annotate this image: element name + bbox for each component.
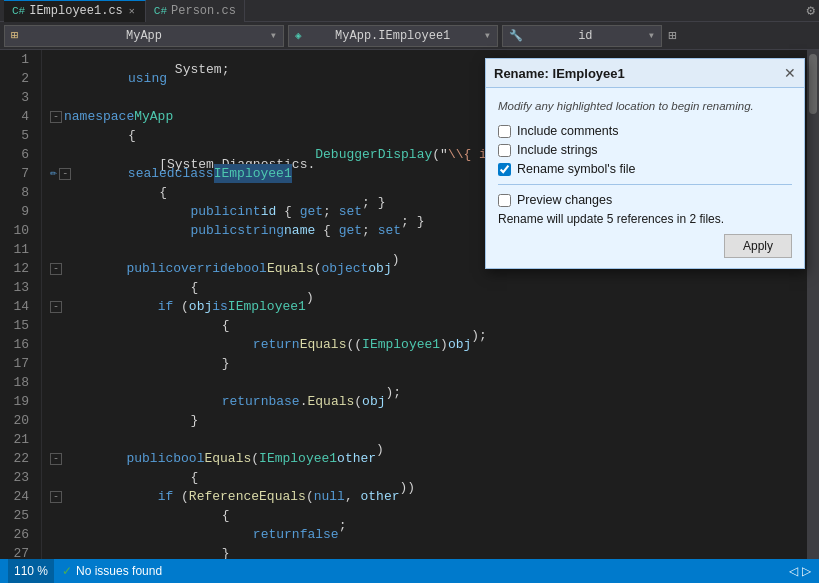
zoom-level[interactable]: 110 % <box>8 559 54 583</box>
rename-dialog-title-bar: Rename: IEmployee1 ✕ <box>486 59 804 88</box>
checkbox-rename-file-label: Rename symbol's file <box>517 162 635 176</box>
code-line-20: } <box>50 411 807 430</box>
checkbox-include-comments-input[interactable] <box>498 125 511 138</box>
nav-right-icon[interactable]: ▷ <box>802 564 811 578</box>
chevron-down-icon3: ▾ <box>648 28 655 43</box>
checkbox-include-comments: Include comments <box>498 124 792 138</box>
navigation-arrows: ◁ ▷ <box>789 564 811 578</box>
checkbox-preview-changes-label: Preview changes <box>517 193 612 207</box>
rename-subtitle: Modify any highlighted location to begin… <box>498 98 792 114</box>
pin-icon[interactable]: ⊞ <box>668 27 676 44</box>
rename-dialog-close-button[interactable]: ✕ <box>784 65 796 81</box>
check-icon: ✓ <box>62 564 72 578</box>
checkbox-rename-file-input[interactable] <box>498 163 511 176</box>
wrench-icon: 🔧 <box>509 29 523 42</box>
tab-iemployee1-close[interactable]: ✕ <box>127 5 137 17</box>
code-line-13: { <box>50 278 807 297</box>
status-bar: 110 % ✓ No issues found ◁ ▷ <box>0 559 819 583</box>
title-bar: C# IEmployee1.cs ✕ C# Person.cs ⚙ <box>0 0 819 22</box>
tab-list: C# IEmployee1.cs ✕ C# Person.cs <box>4 0 245 22</box>
rename-dialog: Rename: IEmployee1 ✕ Modify any highligh… <box>485 58 805 269</box>
navigation-bar: ⊞ MyApp ▾ ◈ MyApp.IEmployee1 ▾ 🔧 id ▾ ⊞ <box>0 22 819 50</box>
rename-divider <box>498 184 792 185</box>
apply-button[interactable]: Apply <box>724 234 792 258</box>
editor-area: 1 2 3 4 5 6 7 8 9 10 11 12 13 14 15 16 1… <box>0 50 819 559</box>
project-label: MyApp <box>126 29 162 43</box>
project-dropdown[interactable]: ⊞ MyApp ▾ <box>4 25 284 47</box>
rename-dialog-body: Modify any highlighted location to begin… <box>486 88 804 268</box>
gear-icon[interactable]: ⚙ <box>807 2 815 19</box>
checkbox-preview-changes-input[interactable] <box>498 194 511 207</box>
nav-left-icon[interactable]: ◁ <box>789 564 798 578</box>
checkbox-preview-changes: Preview changes <box>498 193 792 207</box>
issues-indicator: ✓ No issues found <box>62 564 162 578</box>
tab-person-label: Person.cs <box>171 4 236 18</box>
scrollbar-thumb[interactable] <box>809 54 817 114</box>
rename-status-text: Rename will update 5 references in 2 fil… <box>498 212 792 226</box>
tab-person[interactable]: C# Person.cs <box>146 0 245 22</box>
tab-iemployee1[interactable]: C# IEmployee1.cs ✕ <box>4 0 146 22</box>
code-line-17: } <box>50 354 807 373</box>
vertical-scrollbar[interactable] <box>807 50 819 559</box>
rename-footer: Apply <box>498 234 792 258</box>
myapp-icon: ⊞ <box>11 28 18 43</box>
rename-dialog-title: Rename: IEmployee1 <box>494 66 625 81</box>
checkbox-include-strings-label: Include strings <box>517 143 598 157</box>
class-dropdown[interactable]: ◈ MyApp.IEmployee1 ▾ <box>288 25 498 47</box>
checkbox-include-strings: Include strings <box>498 143 792 157</box>
class-icon: ◈ <box>295 29 302 42</box>
checkbox-rename-file: Rename symbol's file <box>498 162 792 176</box>
code-line-27: } <box>50 544 807 559</box>
cs-file-icon2: C# <box>154 5 167 17</box>
cs-file-icon: C# <box>12 5 25 17</box>
chevron-down-icon2: ▾ <box>484 28 491 43</box>
zoom-label: 110 % <box>14 564 48 578</box>
checkbox-include-strings-input[interactable] <box>498 144 511 157</box>
chevron-down-icon: ▾ <box>270 28 277 43</box>
tab-iemployee1-label: IEmployee1.cs <box>29 4 123 18</box>
class-label: MyApp.IEmployee1 <box>335 29 450 43</box>
member-label: id <box>578 29 592 43</box>
checkbox-include-comments-label: Include comments <box>517 124 618 138</box>
title-bar-actions: ⚙ <box>807 2 815 19</box>
issues-label: No issues found <box>76 564 162 578</box>
line-numbers: 1 2 3 4 5 6 7 8 9 10 11 12 13 14 15 16 1… <box>0 50 42 559</box>
member-dropdown[interactable]: 🔧 id ▾ <box>502 25 662 47</box>
